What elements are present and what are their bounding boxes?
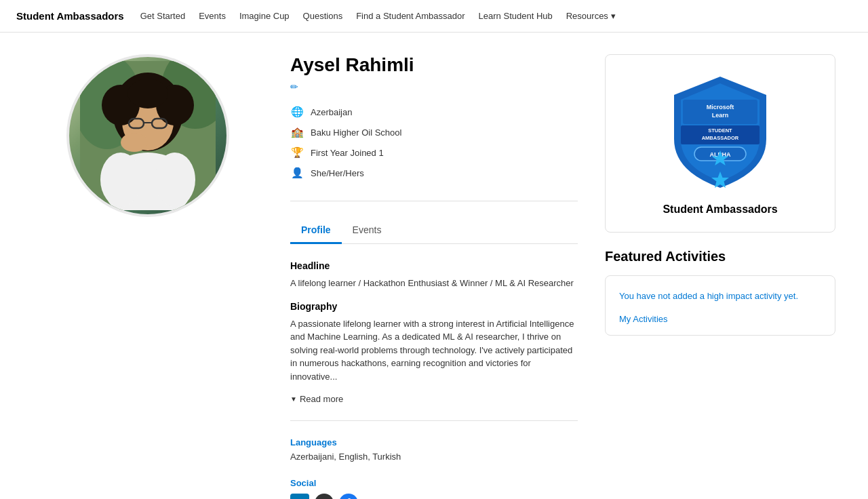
left-column [33,54,263,499]
activity-card: You have not added a high impact activit… [605,275,835,336]
profile-divider [290,201,578,201]
tab-profile[interactable]: Profile [290,218,342,244]
my-activities-link[interactable]: My Activities [619,314,821,324]
profile-name: Aysel Rahimli [290,54,578,76]
social-section: Social in  f [290,478,578,499]
svg-text:Learn: Learn [712,112,729,119]
languages-value: Azerbaijani, English, Turkish [290,452,578,462]
svg-point-7 [127,79,168,108]
social-icons: in  f [290,494,578,499]
nav-resources-dropdown[interactable]: Resources ▾ [566,11,616,21]
activity-empty-message: You have not added a high impact activit… [619,290,821,303]
nav-find-ambassador[interactable]: Find a Student Ambassador [356,11,465,21]
info-school: 🏫 Baku Higher Oil School [290,126,578,138]
svg-point-13 [100,153,141,207]
headline-label: Headline [290,260,578,271]
linkedin-icon[interactable]: in [290,494,309,499]
right-column: Microsoft Learn STUDENT AMBASSADOR ALPHA… [605,54,835,499]
biography-text: A passionate lifelong learner with a str… [290,317,578,384]
info-list: 🌐 Azerbaijan 🏫 Baku Higher Oil School 🏆 … [290,106,578,179]
nav-learn-hub[interactable]: Learn Student Hub [479,11,553,21]
featured-activities-title: Featured Activities [605,249,835,264]
middle-column: Aysel Rahimli ✏ 🌐 Azerbaijan 🏫 Baku High… [290,54,578,499]
social-label: Social [290,478,578,488]
globe-icon: 🌐 [290,106,304,118]
avatar [66,54,229,217]
svg-text:STUDENT: STUDENT [708,127,732,134]
chevron-down-icon: ▼ [290,395,297,403]
info-pronouns: 👤 She/Her/Hers [290,167,578,179]
languages-divider [290,420,578,421]
nav-get-started[interactable]: Get Started [140,11,185,21]
tab-events[interactable]: Events [342,218,393,244]
person-icon: 👤 [290,167,304,179]
badge-title: Student Ambassadors [622,203,818,216]
nav-events[interactable]: Events [199,11,226,21]
school-icon: 🏫 [290,126,304,138]
page-body: Aysel Rahimli ✏ 🌐 Azerbaijan 🏫 Baku High… [0,33,868,499]
svg-text:Microsoft: Microsoft [707,104,734,111]
nav-brand: Student Ambassadors [16,10,124,22]
svg-point-14 [155,153,195,207]
profile-tabs: Profile Events [290,218,578,244]
svg-text:AMBASSADOR: AMBASSADOR [702,135,739,141]
chevron-down-icon: ▾ [611,11,616,21]
headline-text: A lifelong learner / Hackathon Enthusias… [290,277,578,290]
top-nav: Student Ambassadors Get Started Events I… [0,0,868,33]
badge-card: Microsoft Learn STUDENT AMBASSADOR ALPHA… [605,54,835,233]
info-year-joined: 🏆 First Year Joined 1 [290,146,578,159]
badge-svg: Microsoft Learn STUDENT AMBASSADOR ALPHA [622,71,818,195]
read-more-button[interactable]: ▼ Read more [290,394,578,404]
svg-point-11 [121,133,148,152]
nav-questions[interactable]: Questions [303,11,343,21]
biography-label: Biography [290,301,578,312]
languages-label: Languages [290,437,578,447]
languages-section: Languages Azerbaijani, English, Turkish [290,437,578,462]
info-location: 🌐 Azerbaijan [290,106,578,118]
facebook-icon[interactable]: f [339,494,358,499]
trophy-icon: 🏆 [290,146,304,159]
edit-icon[interactable]: ✏ [290,81,578,92]
github-icon[interactable]:  [315,494,334,499]
nav-links: Get Started Events Imagine Cup Questions… [140,11,616,21]
nav-imagine-cup[interactable]: Imagine Cup [239,11,290,21]
